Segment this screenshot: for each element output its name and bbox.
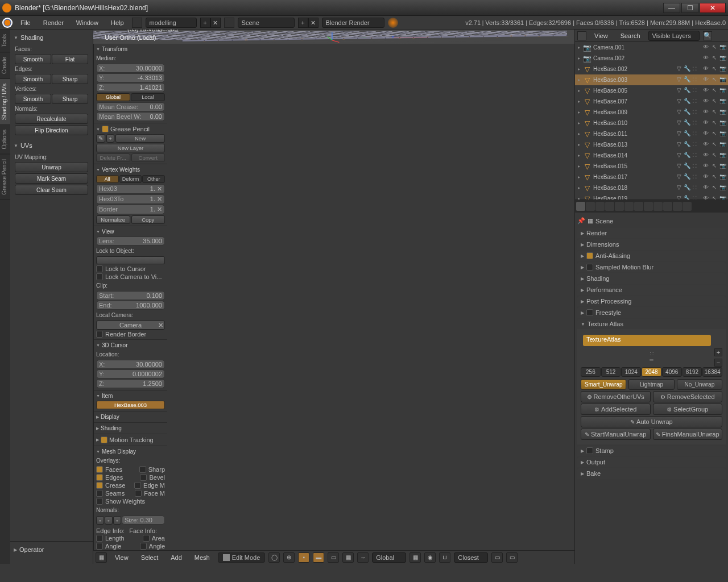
visibility-icon[interactable]: 👁: [702, 195, 710, 200]
size-16384-button[interactable]: 16384: [702, 367, 722, 377]
gp-enable-checkbox[interactable]: [102, 126, 109, 132]
wrench-icon[interactable]: 🔧: [683, 65, 690, 73]
outliner-item[interactable]: ▸▽HexBase.010▽🔧⸬👁↖📷: [575, 118, 728, 128]
selectable-icon[interactable]: ↖: [710, 44, 718, 52]
render-preview-icon[interactable]: ▭: [491, 552, 503, 563]
renderable-icon[interactable]: 📷: [719, 119, 727, 127]
wrench-icon[interactable]: 🔧: [683, 184, 690, 192]
outliner-filter-icon[interactable]: 🔍: [703, 31, 712, 40]
outliner-item[interactable]: ▸▽HexBase.002▽🔧⸬👁↖📷: [575, 64, 728, 74]
outliner-item[interactable]: ▸▽HexBase.017▽🔧⸬👁↖📷: [575, 172, 728, 182]
view-menu[interactable]: View: [110, 552, 133, 563]
snap-icon[interactable]: ⊔: [439, 552, 450, 563]
selectable-icon[interactable]: ↖: [710, 109, 718, 117]
operator-panel-header[interactable]: Operator: [13, 544, 90, 555]
vgroup-icon[interactable]: ⸬: [691, 152, 698, 159]
outliner-item[interactable]: ▸▽HexBase.011▽🔧⸬👁↖📷: [575, 128, 728, 139]
vgroup-icon[interactable]: ⸬: [691, 98, 698, 105]
mode-dropdown[interactable]: Edit Mode: [218, 552, 266, 563]
item-panel-header[interactable]: Item: [96, 392, 165, 400]
flip-direction-button[interactable]: Flip Direction: [15, 125, 88, 135]
median-z-field[interactable]: Z:1.41021: [96, 83, 165, 92]
mean-bevel-field[interactable]: Mean Bevel W:0.00: [96, 112, 165, 121]
motion-blur-panel-header[interactable]: Sampled Motion Blur: [577, 262, 726, 272]
wrench-icon[interactable]: 🔧: [683, 109, 690, 116]
menu-render[interactable]: Render: [39, 18, 68, 28]
bake-panel-header[interactable]: Bake: [577, 468, 726, 479]
layout-delete[interactable]: ✕: [210, 18, 221, 28]
normal-size-field[interactable]: Size: 0.30: [122, 516, 165, 525]
mesh-data-icon[interactable]: ▽: [675, 141, 682, 148]
pin-icon[interactable]: 📌: [577, 217, 585, 225]
mesh-data-icon[interactable]: ▽: [675, 173, 682, 181]
output-panel-header[interactable]: Output: [577, 457, 726, 467]
anti-aliasing-panel-header[interactable]: Anti-Aliasing: [577, 251, 726, 261]
outliner-item[interactable]: ▸📷Camera.002👁↖📷: [575, 53, 728, 64]
gp-new-layer-button[interactable]: New Layer: [96, 144, 165, 152]
vg-border[interactable]: Border1. ✕: [96, 205, 165, 214]
start-manual-unwrap-button[interactable]: ✎ StartManualUnwrap: [581, 429, 651, 440]
renderable-icon[interactable]: 📷: [719, 141, 727, 149]
add-menu[interactable]: Add: [166, 552, 187, 563]
mesh-data-icon[interactable]: ▽: [675, 65, 682, 73]
visibility-icon[interactable]: 👁: [702, 76, 710, 84]
wrench-icon[interactable]: 🔧: [683, 98, 690, 105]
renderable-icon[interactable]: 📷: [719, 44, 727, 52]
atlas-add-icon[interactable]: +: [714, 348, 722, 356]
visibility-icon[interactable]: 👁: [702, 130, 710, 138]
mean-crease-field[interactable]: Mean Crease:0.00: [96, 102, 165, 111]
selectable-icon[interactable]: ↖: [710, 76, 718, 84]
select-menu[interactable]: Select: [136, 552, 163, 563]
mesh-menu[interactable]: Mesh: [190, 552, 214, 563]
pivot-icon[interactable]: ⊕: [283, 552, 295, 563]
uvs-panel-header[interactable]: UVs: [13, 140, 90, 151]
renderable-icon[interactable]: 📷: [719, 152, 727, 160]
gp-new-button[interactable]: New: [115, 134, 165, 143]
mesh-data-icon[interactable]: ▽: [675, 152, 682, 159]
wrench-icon[interactable]: 🔧: [683, 141, 690, 148]
faces-flat-button[interactable]: Flat: [52, 54, 88, 64]
outliner-item[interactable]: ▸▽HexBase.014▽🔧⸬👁↖📷: [575, 150, 728, 161]
selectable-icon[interactable]: ↖: [710, 98, 718, 106]
wrench-icon[interactable]: 🔧: [683, 173, 690, 181]
tab-options[interactable]: Options: [0, 125, 10, 154]
close-button[interactable]: ✕: [700, 3, 726, 13]
vgroup-icon[interactable]: ⸬: [691, 76, 698, 84]
editor-type-icon[interactable]: ▦: [96, 552, 107, 563]
edges-smooth-button[interactable]: Smooth: [15, 74, 51, 84]
cursor-y-field[interactable]: Y:0.0000002: [96, 369, 165, 379]
visibility-icon[interactable]: 👁: [702, 65, 710, 73]
menu-help[interactable]: Help: [106, 18, 129, 28]
display-panel-header[interactable]: Display: [96, 413, 165, 421]
texture-atlas-panel-header[interactable]: Texture Atlas: [577, 319, 726, 329]
normal-f-icon[interactable]: ▫: [113, 516, 121, 525]
face-select-icon[interactable]: ▭: [328, 552, 339, 563]
size-2048-button[interactable]: 2048: [642, 367, 661, 377]
visibility-icon[interactable]: 👁: [702, 141, 710, 149]
show-weights-cb[interactable]: [96, 498, 103, 505]
outliner-item[interactable]: ▸▽HexBase.005▽🔧⸬👁↖📷: [575, 85, 728, 96]
recalculate-button[interactable]: Recalculate: [15, 114, 88, 124]
renderable-icon[interactable]: 📷: [719, 173, 727, 181]
performance-panel-header[interactable]: Performance: [577, 285, 726, 295]
copypaste-icon[interactable]: ▭: [506, 552, 518, 563]
lock-object-field[interactable]: [96, 256, 165, 264]
manip-icon[interactable]: ↔: [357, 552, 369, 563]
wrench-icon[interactable]: 🔧: [683, 130, 690, 138]
render-panel-header[interactable]: Render: [577, 228, 726, 238]
mark-seam-button[interactable]: Mark Seam: [15, 173, 88, 184]
vw-deform[interactable]: Deform: [119, 175, 142, 183]
outliner-tree[interactable]: ▸📷Camera.001👁↖📷▸📷Camera.002👁↖📷▸▽HexBase.…: [575, 42, 728, 199]
wrench-icon[interactable]: 🔧: [683, 76, 690, 84]
auto-unwrap-button[interactable]: ✎ Auto Unwrap: [581, 416, 722, 427]
selectable-icon[interactable]: ↖: [710, 130, 718, 138]
outliner-display-mode[interactable]: Visible Layers: [648, 31, 700, 41]
vgroup-icon[interactable]: ⸬: [691, 173, 698, 181]
tab-particles-icon[interactable]: [673, 202, 682, 211]
median-x-field[interactable]: X:30.00000: [96, 64, 165, 73]
normal-v-icon[interactable]: ▫: [96, 516, 104, 525]
visibility-icon[interactable]: 👁: [702, 44, 710, 52]
outliner-view-menu[interactable]: View: [590, 31, 613, 41]
minimize-button[interactable]: —: [663, 3, 680, 13]
visibility-icon[interactable]: 👁: [702, 152, 710, 160]
